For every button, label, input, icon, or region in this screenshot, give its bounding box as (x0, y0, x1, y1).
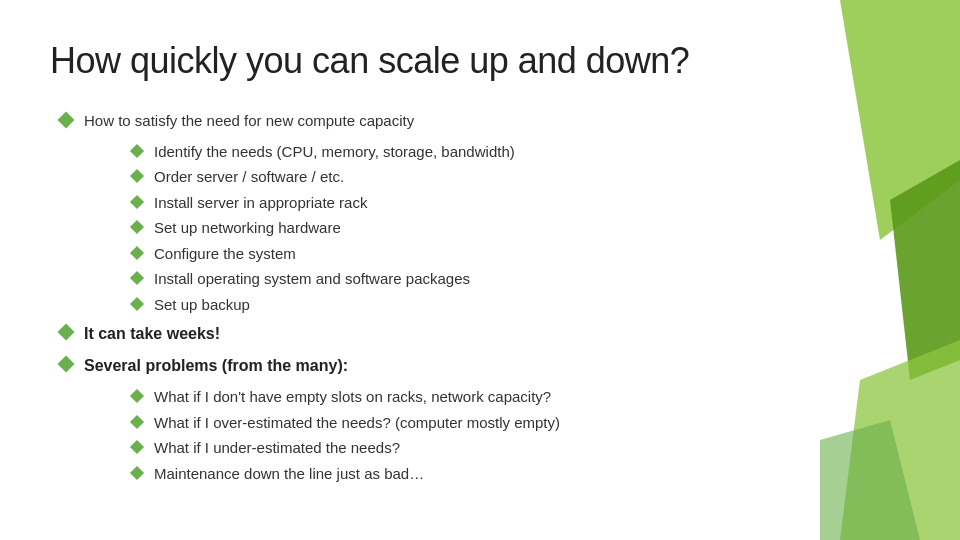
diamond-icon-3-3 (130, 440, 144, 454)
bullet-3-4: Maintenance down the line just as bad… (132, 463, 910, 486)
diamond-icon-1-1 (130, 143, 144, 157)
slide: How quickly you can scale up and down? H… (0, 0, 960, 540)
bullet-1-2: Order server / software / etc. (132, 166, 910, 189)
bullet-1-5: Configure the system (132, 243, 910, 266)
bullet-3-2: What if I over-estimated the needs? (com… (132, 412, 910, 435)
bullet-3-4-text: Maintenance down the line just as bad… (154, 463, 424, 486)
bullet-1-6-text: Install operating system and software pa… (154, 268, 470, 291)
bullet-1-7: Set up backup (132, 294, 910, 317)
diamond-icon-3-4 (130, 465, 144, 479)
bullet-1-4-text: Set up networking hardware (154, 217, 341, 240)
bullet-1-1-text: Identify the needs (CPU, memory, storage… (154, 141, 515, 164)
diamond-icon-1-5 (130, 245, 144, 259)
diamond-icon-1 (58, 112, 75, 129)
bullet-1-4: Set up networking hardware (132, 217, 910, 240)
sub-list-1: Identify the needs (CPU, memory, storage… (96, 141, 910, 317)
bullet-1-7-text: Set up backup (154, 294, 250, 317)
bullet-3-1-text: What if I don't have empty slots on rack… (154, 386, 551, 409)
slide-title: How quickly you can scale up and down? (50, 40, 910, 82)
bullet-1-3: Install server in appropriate rack (132, 192, 910, 215)
bullet-1-6: Install operating system and software pa… (132, 268, 910, 291)
diamond-icon-3-2 (130, 414, 144, 428)
diamond-icon-3-1 (130, 389, 144, 403)
bullet-2: It can take weeks! (60, 322, 910, 346)
sub-list-3: What if I don't have empty slots on rack… (96, 386, 910, 485)
diamond-icon-1-2 (130, 169, 144, 183)
bullet-3-3: What if I under-estimated the needs? (132, 437, 910, 460)
diamond-icon-1-7 (130, 296, 144, 310)
bullet-3-text: Several problems (from the many): (84, 354, 348, 378)
bullet-1: How to satisfy the need for new compute … (60, 110, 910, 133)
bullet-3: Several problems (from the many): (60, 354, 910, 378)
bullet-3-2-text: What if I over-estimated the needs? (com… (154, 412, 560, 435)
diamond-icon-1-3 (130, 194, 144, 208)
diamond-icon-3 (58, 356, 75, 373)
diamond-icon-1-6 (130, 271, 144, 285)
bullet-1-3-text: Install server in appropriate rack (154, 192, 367, 215)
bullet-1-2-text: Order server / software / etc. (154, 166, 344, 189)
bullet-1-text: How to satisfy the need for new compute … (84, 110, 414, 133)
diamond-icon-2 (58, 324, 75, 341)
bullet-3-1: What if I don't have empty slots on rack… (132, 386, 910, 409)
diamond-icon-1-4 (130, 220, 144, 234)
slide-content: How to satisfy the need for new compute … (50, 110, 910, 485)
bullet-2-text: It can take weeks! (84, 322, 220, 346)
bullet-1-5-text: Configure the system (154, 243, 296, 266)
bullet-1-1: Identify the needs (CPU, memory, storage… (132, 141, 910, 164)
bullet-3-3-text: What if I under-estimated the needs? (154, 437, 400, 460)
